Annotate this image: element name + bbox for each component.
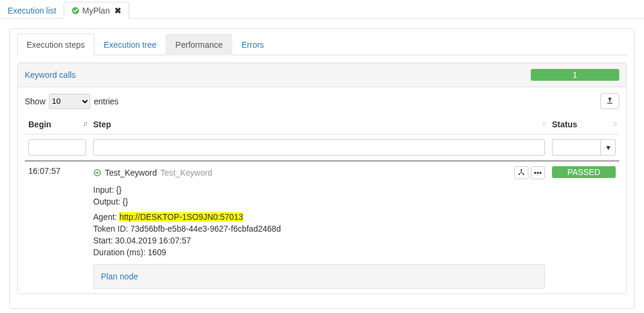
datatable-controls: Show 10 entries [18,87,626,115]
tab-myplan[interactable]: MyPlan ✖ [64,2,129,19]
top-tabs: Execution list MyPlan ✖ [0,0,644,19]
keyword-calls-header: Keyword calls 1 [18,63,626,87]
agent-value: http://DESKTOP-1SO9JN0:57013 [119,212,243,222]
col-begin-header[interactable]: Begin ↓↑ [25,115,90,134]
col-status-header[interactable]: Status ↓↑ [548,115,619,134]
export-button[interactable] [600,93,619,109]
col-begin-label: Begin [28,120,51,129]
status-badge: PASSED [552,166,616,178]
keyword-calls-title[interactable]: Keyword calls [25,70,75,80]
col-step-header[interactable]: Step ↓↑ [90,115,548,134]
filter-status-dropdown[interactable]: ▾ [600,139,616,156]
keyword-calls-count: 1 [531,69,619,81]
filter-status-input[interactable] [552,139,600,156]
keyword-calls-section: Keyword calls 1 Show 10 entries [17,62,627,294]
tab-performance[interactable]: Performance [166,34,232,55]
step-name: Test_Keyword [105,168,157,177]
show-label: Show [25,97,45,106]
start-value: 30.04.2019 16:07:57 [115,236,190,245]
dots-icon: ••• [534,169,542,177]
check-circle-icon [71,6,80,15]
col-status-label: Status [552,120,577,129]
tree-icon [518,169,525,177]
svg-point-2 [96,172,98,174]
chevron-down-icon: ▾ [606,143,610,152]
more-actions-button[interactable]: ••• [531,166,545,179]
table-row: 16:07:57 Test_Keyword Test_Keyword [25,161,619,294]
tab-execution-steps[interactable]: Execution steps [17,34,94,55]
output-label: Output: [93,197,120,206]
step-details: Input: {} Output: {} Agent: http://DESKT… [93,184,545,289]
col-step-label: Step [93,120,111,129]
sort-desc-icon: ↓↑ [83,120,86,128]
cell-status: PASSED [548,161,619,294]
token-value: 73d56bfb-e5b8-44e3-9627-f6cbfad2468d [130,224,281,233]
execution-panel: Execution steps Execution tree Performan… [9,28,635,309]
duration-label: Duration (ms): [93,248,146,257]
page-length-select[interactable]: 10 [49,94,90,109]
entries-label: entries [94,97,119,106]
tab-myplan-label: MyPlan [82,6,110,15]
input-label: Input: [93,185,114,195]
agent-label: Agent: [93,212,117,222]
tab-errors[interactable]: Errors [232,34,274,55]
cell-step: Test_Keyword Test_Keyword ••• [90,161,548,294]
sort-icon: ↓↑ [541,120,545,128]
keyword-status-icon [93,169,101,177]
tree-view-button[interactable] [514,166,528,179]
sort-icon: ↓↑ [612,120,616,128]
duration-value: 1609 [148,248,166,257]
close-icon[interactable]: ✖ [114,6,121,15]
start-label: Start: [93,236,113,245]
tab-execution-tree[interactable]: Execution tree [94,34,166,55]
token-label: Token ID: [93,224,128,233]
inner-tabs: Execution steps Execution tree Performan… [17,29,627,55]
step-alias: Test_Keyword [160,168,212,177]
filter-step-input[interactable] [93,139,545,156]
plan-node-panel[interactable]: Plan node [93,264,545,289]
output-value: {} [123,197,128,206]
cell-begin: 16:07:57 [25,161,90,294]
keyword-calls-table: Begin ↓↑ Step ↓↑ Status ↓↑ [25,115,619,294]
filter-begin-input[interactable] [28,139,86,156]
export-icon [606,97,614,106]
input-value: {} [116,185,121,195]
tab-execution-list[interactable]: Execution list [0,2,64,19]
